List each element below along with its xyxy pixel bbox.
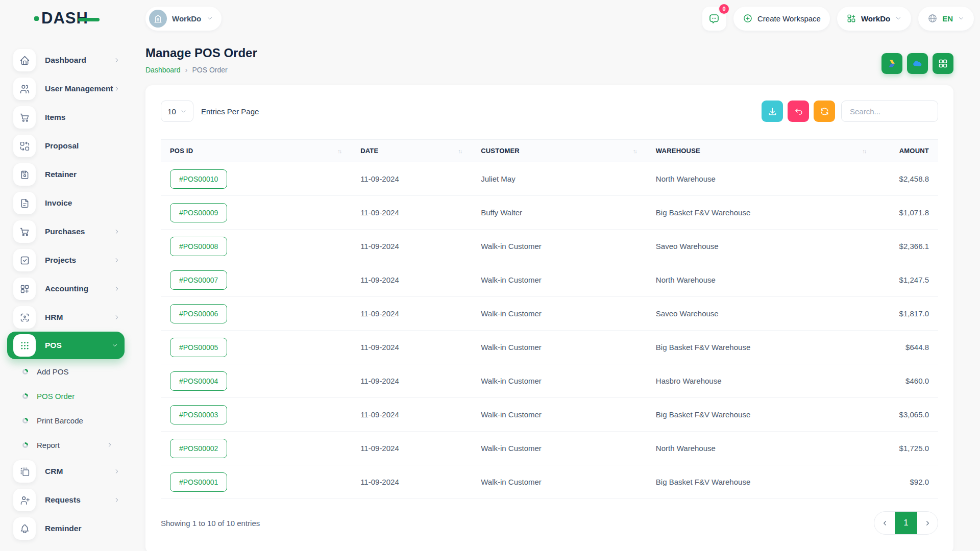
customer-cell: Walk-in Customer	[472, 364, 647, 398]
column-label: WAREHOUSE	[656, 147, 700, 155]
sidebar-item-crm[interactable]: CRM	[0, 457, 132, 486]
sort-icon[interactable]: ↑↓	[862, 148, 867, 154]
sidebar-item-label: Requests	[45, 495, 113, 505]
sidebar-subitem-add-pos[interactable]: Add POS	[0, 359, 132, 384]
warehouse-cell: Big Basket F&V Warehouse	[647, 331, 876, 364]
table-row-pos00008: #POS0000811-09-2024Walk-in CustomerSaveo…	[161, 230, 938, 263]
chevron-right-icon	[113, 85, 120, 92]
chevron-right-icon	[113, 496, 120, 504]
sidebar-subitem-report[interactable]: Report	[0, 433, 132, 457]
pos-order-card: 10 Entries Per Page POS ID↑↓DATE↑↓CUSTOM…	[145, 85, 953, 551]
sort-icon[interactable]: ↑↓	[458, 148, 462, 154]
app-logo[interactable]: DASH	[34, 9, 145, 28]
pagination-page-1[interactable]: 1	[895, 512, 917, 534]
bullet-icon	[22, 442, 28, 448]
pos-id-link[interactable]: #POS00003	[170, 405, 227, 424]
pos-id-link[interactable]: #POS00005	[170, 338, 227, 357]
sort-icon[interactable]: ↑↓	[633, 148, 638, 154]
cart-icon	[13, 106, 36, 129]
sidebar-item-invoice[interactable]: Invoice	[0, 189, 132, 217]
customer-cell: Walk-in Customer	[472, 398, 647, 432]
sidebar-subitem-print-barcode[interactable]: Print Barcode	[0, 408, 132, 433]
date-cell: 11-09-2024	[351, 465, 472, 499]
sidebar-item-items[interactable]: Items	[0, 103, 132, 132]
table-row-pos00006: #POS0000611-09-2024Walk-in CustomerSaveo…	[161, 297, 938, 331]
sidebar-item-purchases[interactable]: Purchases	[0, 217, 132, 246]
column-label: CUSTOMER	[481, 147, 520, 155]
pos-id-link[interactable]: #POS00009	[170, 203, 227, 222]
column-header-date[interactable]: DATE↑↓	[351, 140, 472, 162]
grid-view-icon	[938, 58, 948, 69]
sidebar-item-dashboard[interactable]: Dashboard	[0, 46, 132, 74]
sidebar-item-label: Proposal	[45, 141, 120, 151]
customer-cell: Walk-in Customer	[472, 432, 647, 465]
date-cell: 11-09-2024	[351, 364, 472, 398]
sidebar-item-requests[interactable]: Requests	[0, 486, 132, 514]
customer-cell: Walk-in Customer	[472, 297, 647, 331]
apps-dropdown[interactable]: WorkDo	[837, 7, 911, 31]
entries-per-page-select[interactable]: 10	[161, 101, 193, 122]
building-icon	[153, 14, 163, 23]
table-row-pos00001: #POS0000111-09-2024Walk-in CustomerBig B…	[161, 465, 938, 499]
pos-id-link[interactable]: #POS00008	[170, 237, 227, 256]
warehouse-cell: Saveo Warehouse	[647, 230, 876, 263]
logo-dot-icon	[34, 16, 39, 21]
pos-id-link[interactable]: #POS00004	[170, 371, 227, 391]
pos-id-link[interactable]: #POS00006	[170, 304, 227, 323]
box-icon	[13, 460, 36, 483]
sidebar-item-proposal[interactable]: Proposal	[0, 132, 132, 160]
entries-per-page-label: Entries Per Page	[201, 107, 259, 116]
table-row-pos00010: #POS0001011-09-2024Juliet MayNorth Wareh…	[161, 162, 938, 196]
pagination-next-button[interactable]	[917, 512, 938, 534]
topbar: DASH WorkDo 0 Create Workspace WorkDo EN	[0, 0, 980, 37]
sidebar-item-reminder[interactable]: Reminder	[0, 514, 132, 543]
create-workspace-button[interactable]: Create Workspace	[733, 7, 830, 31]
pos-id-link[interactable]: #POS00010	[170, 169, 227, 189]
amount-cell: $1,817.0	[876, 297, 938, 331]
google-drive-button[interactable]	[881, 53, 902, 74]
sidebar-item-label: Purchases	[45, 227, 113, 236]
page-title: Manage POS Order	[145, 46, 257, 60]
chevron-down-icon	[111, 342, 118, 349]
sidebar-item-user-management[interactable]: User Management	[0, 74, 132, 103]
breadcrumb-dashboard-link[interactable]: Dashboard	[145, 66, 181, 74]
sidebar-item-pos[interactable]: POS	[7, 332, 125, 359]
amount-cell: $2,366.1	[876, 230, 938, 263]
pos-id-link[interactable]: #POS00007	[170, 270, 227, 290]
onedrive-button[interactable]	[907, 53, 928, 74]
sidebar-item-label: Retainer	[45, 170, 120, 179]
amount-cell: $92.0	[876, 465, 938, 499]
sidebar-item-label: CRM	[45, 467, 113, 476]
amount-cell: $460.0	[876, 364, 938, 398]
sidebar-item-label: Projects	[45, 256, 113, 265]
sidebar-subitem-label: POS Order	[37, 392, 113, 400]
date-cell: 11-09-2024	[351, 398, 472, 432]
chevron-right-icon	[924, 519, 932, 527]
column-header-warehouse[interactable]: WAREHOUSE↑↓	[647, 140, 876, 162]
sidebar-item-label: Invoice	[45, 198, 120, 208]
sidebar-item-hrm[interactable]: HRM	[0, 303, 132, 332]
sidebar-item-retainer[interactable]: Retainer	[0, 160, 132, 189]
pos-id-link[interactable]: #POS00002	[170, 439, 227, 458]
date-cell: 11-09-2024	[351, 230, 472, 263]
pos-id-link[interactable]: #POS00001	[170, 472, 227, 492]
sidebar-subitem-pos-order[interactable]: POS Order	[0, 384, 132, 408]
sort-icon[interactable]: ↑↓	[337, 148, 342, 154]
grid-view-button[interactable]	[933, 53, 953, 74]
messages-button[interactable]: 0	[702, 7, 726, 31]
workspace-switcher[interactable]: WorkDo	[145, 7, 222, 31]
header-actions	[881, 53, 953, 74]
search-input[interactable]	[841, 101, 938, 122]
column-header-customer[interactable]: CUSTOMER↑↓	[472, 140, 647, 162]
export-button[interactable]	[762, 101, 783, 122]
sidebar-item-accounting[interactable]: Accounting	[0, 274, 132, 303]
reset-button[interactable]	[788, 101, 809, 122]
refresh-button[interactable]	[814, 101, 835, 122]
sidebar-subitem-label: Print Barcode	[37, 416, 113, 425]
language-dropdown[interactable]: EN	[918, 7, 974, 31]
sidebar-item-projects[interactable]: Projects	[0, 246, 132, 274]
date-cell: 11-09-2024	[351, 297, 472, 331]
pagination-prev-button[interactable]	[874, 512, 895, 534]
page-header: Manage POS Order Dashboard › POS Order	[145, 42, 953, 74]
column-header-pos-id[interactable]: POS ID↑↓	[161, 140, 351, 162]
